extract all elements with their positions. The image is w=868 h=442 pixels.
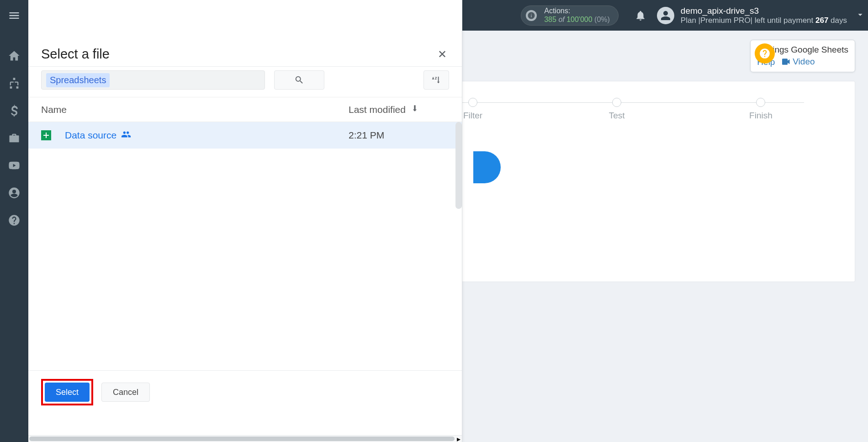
video-icon <box>782 59 790 65</box>
picker-footer: Select Cancel <box>28 370 462 442</box>
username: demo_apix-drive_s3 <box>681 6 847 16</box>
hamburger-icon <box>8 9 21 22</box>
shared-icon <box>121 129 131 141</box>
sort-az-button[interactable] <box>423 70 449 90</box>
select-button[interactable]: Select <box>45 383 90 402</box>
left-sidebar <box>0 31 28 442</box>
picker-close-button[interactable]: ✕ <box>435 48 449 61</box>
chevron-down-icon <box>855 10 865 20</box>
file-picker-modal: Select a file ✕ Spreadsheets Name Last m… <box>28 0 462 442</box>
question-mark-icon <box>759 48 771 59</box>
filter-chip-input[interactable]: Spreadsheets <box>41 70 265 90</box>
home-icon <box>8 49 21 62</box>
user-menu-chevron[interactable] <box>855 10 865 21</box>
picker-toolbar: Spreadsheets <box>28 67 462 97</box>
bell-icon <box>635 10 646 21</box>
picker-file-list: Data source 2:21 PM <box>28 122 462 370</box>
video-link[interactable]: Video <box>782 57 815 67</box>
sitemap-icon <box>8 77 21 90</box>
scroll-right-icon[interactable]: ▸ <box>455 436 462 442</box>
step-dot-icon <box>612 98 621 107</box>
cancel-button[interactable]: Cancel <box>101 383 150 402</box>
filter-chip[interactable]: Spreadsheets <box>46 73 110 87</box>
dollar-icon <box>8 104 21 117</box>
step-test[interactable]: Test <box>545 98 689 121</box>
search-button[interactable] <box>274 70 324 90</box>
scroll-thumb[interactable] <box>29 437 455 441</box>
picker-title: Select a file <box>41 47 435 62</box>
horizontal-scrollbar[interactable]: ▸ <box>28 435 462 442</box>
question-icon <box>8 214 21 227</box>
sheets-icon <box>41 130 51 140</box>
step-dot-icon <box>468 98 477 107</box>
file-name: Data source <box>65 130 116 141</box>
info-icon <box>521 5 541 26</box>
step-finish[interactable]: Finish <box>689 98 833 121</box>
file-row[interactable]: Data source 2:21 PM <box>28 122 462 149</box>
user-icon <box>660 10 671 21</box>
picker-columns: Name Last modified <box>28 97 462 122</box>
plan-line: Plan |Premium PRO| left until payment 26… <box>681 16 847 25</box>
user-block[interactable]: demo_apix-drive_s3 Plan |Premium PRO| le… <box>681 6 847 25</box>
search-icon <box>294 75 304 85</box>
select-highlight: Select <box>41 379 93 405</box>
briefcase-icon <box>8 132 21 144</box>
col-name[interactable]: Name <box>41 104 349 115</box>
sidebar-item-help[interactable] <box>0 210 28 231</box>
avatar[interactable] <box>657 7 674 24</box>
help-bubble-icon[interactable] <box>755 43 775 64</box>
notifications-button[interactable] <box>630 10 651 21</box>
step-dot-icon <box>756 98 765 107</box>
col-modified[interactable]: Last modified <box>349 104 449 115</box>
sort-az-icon <box>431 75 441 85</box>
actions-numbers: 385 of 100'000 (0%) <box>544 16 610 24</box>
vertical-scrollbar[interactable] <box>455 122 462 209</box>
account-icon <box>8 186 21 199</box>
actions-counter[interactable]: Actions: 385 of 100'000 (0%) <box>521 5 619 26</box>
sidebar-item-account[interactable] <box>0 182 28 203</box>
file-modified: 2:21 PM <box>349 130 449 141</box>
youtube-icon <box>8 159 21 172</box>
sidebar-item-video[interactable] <box>0 155 28 176</box>
sidebar-item-business[interactable] <box>0 128 28 149</box>
actions-label: Actions: <box>544 7 610 16</box>
menu-toggle-button[interactable] <box>0 0 28 31</box>
sort-arrow-icon <box>410 104 419 115</box>
close-icon: ✕ <box>438 48 447 61</box>
sidebar-item-home[interactable] <box>0 45 28 66</box>
sidebar-item-connections[interactable] <box>0 73 28 94</box>
sidebar-item-billing[interactable] <box>0 100 28 121</box>
